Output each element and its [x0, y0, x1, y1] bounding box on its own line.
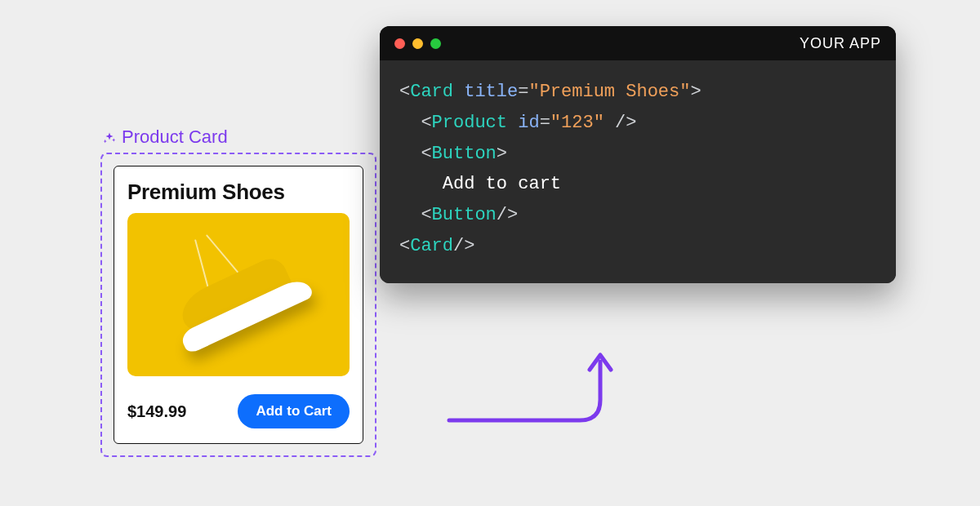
product-image	[127, 213, 350, 376]
product-title: Premium Shoes	[127, 180, 350, 205]
product-card: Premium Shoes $149.99 Add to Cart	[114, 166, 363, 444]
window-titlebar: YOUR APP	[380, 26, 896, 60]
component-label: Product Card	[102, 126, 376, 148]
shoe-illustration	[163, 241, 314, 355]
selection-outline: Premium Shoes $149.99 Add to Cart	[100, 153, 376, 457]
code-body: <Card title="Premium Shoes"> <Product id…	[380, 60, 896, 283]
sparkle-icon	[102, 130, 117, 144]
add-to-cart-button[interactable]: Add to Cart	[238, 394, 350, 428]
maximize-icon[interactable]	[430, 38, 441, 49]
arrow-icon	[441, 347, 653, 437]
product-card-region: Product Card Premium Shoes $149.99 Add t…	[100, 126, 376, 457]
window-title: YOUR APP	[800, 35, 881, 52]
code-window: YOUR APP <Card title="Premium Shoes"> <P…	[380, 26, 896, 283]
product-price: $149.99	[127, 402, 186, 421]
traffic-lights	[394, 38, 441, 49]
close-icon[interactable]	[394, 38, 405, 49]
minimize-icon[interactable]	[412, 38, 423, 49]
component-label-text: Product Card	[122, 126, 228, 148]
product-footer: $149.99 Add to Cart	[127, 394, 350, 428]
